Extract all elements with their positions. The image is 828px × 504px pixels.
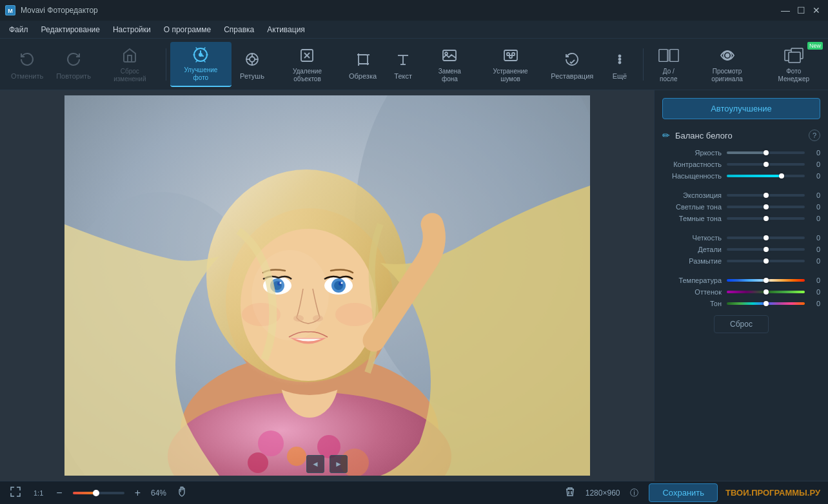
svg-point-31 [725,53,729,57]
slider-track[interactable] [727,217,805,220]
maximize-button[interactable]: ☐ [794,4,807,17]
retouch-button[interactable]: Ретушь [233,42,271,87]
view-original-icon [717,46,738,65]
slider-thumb [764,162,769,167]
slider-track[interactable] [727,175,805,177]
slider-track[interactable] [727,237,805,239]
statusbar-right: 1280×960 ⓘ Сохранить ТВОИ.ПРОГРАММЫ.РУ [562,483,820,502]
temperature-track[interactable] [727,279,805,282]
crop-icon [353,49,373,70]
menu-bar: Файл Редактирование Настройки О программ… [0,21,828,39]
zoom-out-button[interactable]: − [54,485,64,501]
tint-track[interactable] [727,291,805,293]
save-button[interactable]: Сохранить [649,483,718,502]
auto-enhance-button[interactable]: Автоулучшение [662,98,820,119]
next-image-button[interactable]: ► [330,455,348,473]
toolbar: Отменить Повторить Сброс изменений Улучш… [0,39,828,90]
redo-icon [63,49,84,70]
pan-tool-button[interactable] [174,484,190,501]
close-button[interactable]: ✕ [810,4,823,17]
image-dimensions: 1280×960 [586,489,620,498]
fit-to-screen-button[interactable] [8,484,23,501]
slider-label: Тон [662,300,727,307]
enhance-button[interactable]: Улучшение фото [170,42,232,87]
before-after-button[interactable]: До / после [647,42,690,87]
slider-thumb [764,150,769,155]
restore-icon [562,49,582,70]
slider-thumb [764,247,769,252]
slider-label: Размытие [662,257,727,265]
undo-button[interactable]: Отменить [5,42,49,87]
slider-value: 0 [805,203,820,211]
slider-thumb [764,204,769,209]
prev-image-button[interactable]: ◄ [306,455,324,473]
app-title: Movavi Фоторедактор [21,6,98,15]
zoom-slider[interactable] [73,492,124,494]
image-canvas[interactable]: ◄ ► [0,90,654,481]
help-button[interactable]: ? [809,130,820,141]
slider-row: Размытие0 [662,257,820,265]
menu-activate[interactable]: Активация [261,23,311,37]
watermark-text: ТВОИ.ПРОГРАММЫ.РУ [725,488,820,498]
menu-file[interactable]: Файл [3,23,35,37]
main-area: ◄ ► Автоулучшение ✏ Баланс белого ? Ярко… [0,90,828,481]
minimize-button[interactable]: — [779,4,792,17]
reset-section: Сброс [662,315,820,333]
toolbar-divider-1 [166,48,166,81]
slider-label: Детали [662,246,727,253]
svg-rect-23 [509,55,512,58]
slider-separator [662,269,820,276]
photo-display [64,95,590,476]
menu-help[interactable]: Справка [217,23,261,37]
slider-label: Темные тона [662,215,727,222]
menu-settings[interactable]: Настройки [106,23,157,37]
retouch-icon [242,49,262,70]
slider-thumb [779,173,784,179]
window-controls: — ☐ ✕ [779,4,823,17]
slider-track[interactable] [727,260,805,262]
info-button[interactable]: ⓘ [627,485,641,501]
zoom-in-button[interactable]: + [132,485,143,501]
slider-separator [662,226,820,234]
slider-thumb [764,235,769,240]
view-original-button[interactable]: Просмотр оригинала [691,42,764,87]
reset-button[interactable]: Сброс [714,315,769,333]
zoom-1-1-button[interactable]: 1:1 [31,487,46,499]
slider-label: Светлые тона [662,203,727,211]
crop-button[interactable]: Обрезка [343,42,382,87]
app-icon: M [5,5,15,15]
svg-point-40 [258,431,284,456]
slider-track[interactable] [727,163,805,166]
slider-value: 0 [805,149,820,157]
undo-icon [17,49,37,70]
svg-point-25 [618,58,620,60]
slider-label: Температура [662,276,727,284]
tone-track[interactable] [727,302,805,305]
toolbar-right: До / после Просмотр оригинала New [647,42,823,87]
photo-manager-button[interactable]: New Фото Менеджер [765,42,823,87]
slider-label: Насыщенность [662,172,727,180]
reset-changes-button[interactable]: Сброс изменений [98,42,162,87]
right-panel: Автоулучшение ✏ Баланс белого ? Яркость0… [654,90,828,481]
text-button[interactable]: Текст [384,42,422,87]
slider-row: Насыщенность0 [662,172,820,180]
remove-objects-button[interactable]: Удаление объектов [273,42,342,87]
slider-track[interactable] [727,206,805,208]
more-button[interactable]: Ещё [600,42,639,87]
menu-about[interactable]: О программе [157,23,217,37]
svg-rect-34 [789,52,800,63]
bg-replace-button[interactable]: Замена фона [424,42,475,87]
zoom-value: 64% [151,489,166,498]
remove-objects-icon [297,46,317,65]
redo-button[interactable]: Повторить [50,42,97,87]
restore-button[interactable]: Реставрация [546,42,599,87]
slider-row: Тон0 [662,300,820,307]
menu-edit[interactable]: Редактирование [35,23,106,37]
slider-track[interactable] [727,248,805,251]
slider-track[interactable] [727,151,805,154]
svg-point-3 [199,53,202,57]
slider-track[interactable] [727,194,805,197]
slider-thumb [764,258,769,264]
denoise-button[interactable]: Устранение шумов [477,42,544,87]
delete-button[interactable] [562,484,578,501]
